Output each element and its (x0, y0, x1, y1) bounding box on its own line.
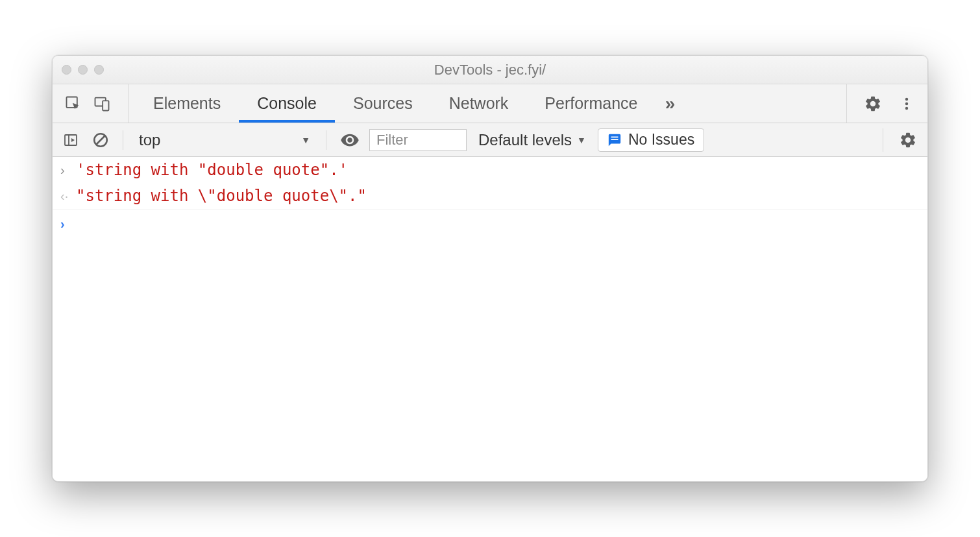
chevron-down-icon: ▼ (577, 135, 586, 145)
svg-rect-6 (65, 135, 77, 145)
output-chevron-icon: ‹· (60, 187, 76, 204)
svg-rect-2 (103, 101, 108, 110)
svg-line-9 (97, 136, 105, 144)
main-tabbar: Elements Console Sources Network Perform… (53, 84, 927, 123)
traffic-lights (62, 65, 104, 75)
svg-point-3 (905, 97, 908, 100)
console-output-text: "string with \"double quote\"." (76, 187, 920, 205)
execution-context-label: top (139, 131, 160, 149)
tabbar-left-icons (59, 84, 129, 123)
console-toolbar: top ▼ Default levels ▼ No Issues (53, 123, 927, 157)
tab-elements[interactable]: Elements (135, 84, 239, 123)
inspect-element-icon[interactable] (59, 84, 88, 123)
live-expression-eye-icon[interactable] (337, 128, 363, 152)
toolbar-divider (123, 130, 123, 150)
issues-speech-icon (607, 133, 622, 147)
tab-sources[interactable]: Sources (335, 84, 431, 123)
more-tabs-icon[interactable]: » (655, 84, 684, 123)
console-input-text: 'string with "double quote".' (76, 161, 920, 179)
window-title: DevTools - jec.fyi/ (62, 62, 918, 78)
device-toolbar-icon[interactable] (88, 84, 116, 123)
subbar-right (883, 128, 921, 152)
svg-point-4 (905, 102, 908, 104)
console-prompt-line[interactable]: › (53, 209, 927, 237)
tab-console[interactable]: Console (239, 84, 335, 123)
issues-label: No Issues (628, 131, 694, 149)
console-input-echo-line[interactable]: › 'string with "double quote".' (53, 157, 927, 183)
settings-gear-icon[interactable] (859, 84, 887, 123)
log-levels-selector[interactable]: Default levels ▼ (473, 131, 591, 149)
kebab-menu-icon[interactable] (892, 84, 921, 123)
tabbar-right-icons (846, 84, 921, 123)
sidebar-toggle-icon[interactable] (59, 128, 82, 152)
devtools-window: DevTools - jec.fyi/ Elements Console Sou… (52, 55, 928, 482)
toolbar-divider (326, 130, 326, 150)
tab-performance[interactable]: Performance (526, 84, 655, 123)
svg-point-5 (905, 106, 908, 109)
input-chevron-icon: › (60, 161, 76, 178)
execution-context-selector[interactable]: top ▼ (134, 131, 315, 149)
console-output-line[interactable]: ‹· "string with \"double quote\"." (53, 183, 927, 209)
minimize-light[interactable] (78, 65, 88, 75)
zoom-light[interactable] (94, 65, 104, 75)
window-titlebar: DevTools - jec.fyi/ (53, 56, 927, 84)
issues-button[interactable]: No Issues (598, 128, 704, 152)
prompt-chevron-icon: › (60, 215, 76, 232)
clear-console-icon[interactable] (89, 128, 112, 152)
log-levels-label: Default levels (478, 131, 572, 149)
tabs-container: Elements Console Sources Network Perform… (135, 84, 840, 123)
console-settings-gear-icon[interactable] (895, 128, 921, 152)
tab-network[interactable]: Network (431, 84, 527, 123)
chevron-down-icon: ▼ (301, 135, 310, 145)
close-light[interactable] (62, 65, 71, 75)
filter-input[interactable] (369, 129, 467, 151)
console-output-area[interactable]: › 'string with "double quote".' ‹· "stri… (53, 157, 927, 481)
